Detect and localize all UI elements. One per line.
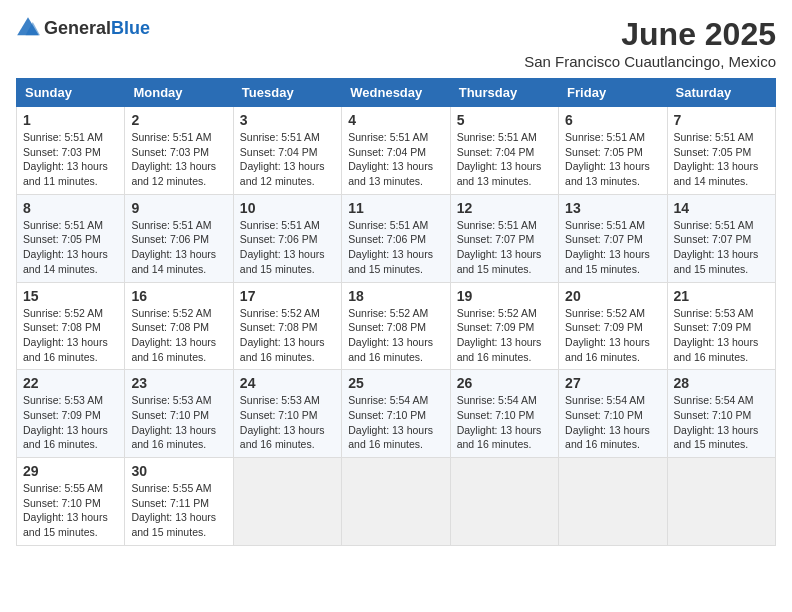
day-number: 12 xyxy=(457,200,552,216)
day-number: 5 xyxy=(457,112,552,128)
header-saturday: Saturday xyxy=(667,79,775,107)
calendar-week-row: 1Sunrise: 5:51 AM Sunset: 7:03 PM Daylig… xyxy=(17,107,776,195)
calendar-week-row: 22Sunrise: 5:53 AM Sunset: 7:09 PM Dayli… xyxy=(17,370,776,458)
day-info: Sunrise: 5:51 AM Sunset: 7:06 PM Dayligh… xyxy=(348,218,443,277)
calendar-day-cell: 19Sunrise: 5:52 AM Sunset: 7:09 PM Dayli… xyxy=(450,282,558,370)
day-number: 1 xyxy=(23,112,118,128)
day-number: 26 xyxy=(457,375,552,391)
calendar-day-cell: 15Sunrise: 5:52 AM Sunset: 7:08 PM Dayli… xyxy=(17,282,125,370)
calendar-day-cell: 11Sunrise: 5:51 AM Sunset: 7:06 PM Dayli… xyxy=(342,194,450,282)
day-info: Sunrise: 5:51 AM Sunset: 7:07 PM Dayligh… xyxy=(457,218,552,277)
day-info: Sunrise: 5:52 AM Sunset: 7:09 PM Dayligh… xyxy=(565,306,660,365)
calendar-day-cell: 18Sunrise: 5:52 AM Sunset: 7:08 PM Dayli… xyxy=(342,282,450,370)
day-info: Sunrise: 5:55 AM Sunset: 7:11 PM Dayligh… xyxy=(131,481,226,540)
day-info: Sunrise: 5:54 AM Sunset: 7:10 PM Dayligh… xyxy=(565,393,660,452)
logo-text: GeneralBlue xyxy=(44,18,150,39)
day-number: 28 xyxy=(674,375,769,391)
day-number: 9 xyxy=(131,200,226,216)
calendar-week-row: 29Sunrise: 5:55 AM Sunset: 7:10 PM Dayli… xyxy=(17,458,776,546)
calendar-day-cell: 8Sunrise: 5:51 AM Sunset: 7:05 PM Daylig… xyxy=(17,194,125,282)
calendar-day-cell: 3Sunrise: 5:51 AM Sunset: 7:04 PM Daylig… xyxy=(233,107,341,195)
day-info: Sunrise: 5:52 AM Sunset: 7:08 PM Dayligh… xyxy=(348,306,443,365)
header-friday: Friday xyxy=(559,79,667,107)
calendar-day-cell xyxy=(559,458,667,546)
day-number: 30 xyxy=(131,463,226,479)
calendar-day-cell xyxy=(667,458,775,546)
calendar-day-cell: 7Sunrise: 5:51 AM Sunset: 7:05 PM Daylig… xyxy=(667,107,775,195)
day-info: Sunrise: 5:51 AM Sunset: 7:04 PM Dayligh… xyxy=(348,130,443,189)
day-number: 29 xyxy=(23,463,118,479)
title-area: June 2025 San Francisco Cuautlancingo, M… xyxy=(524,16,776,70)
header-thursday: Thursday xyxy=(450,79,558,107)
day-info: Sunrise: 5:51 AM Sunset: 7:07 PM Dayligh… xyxy=(565,218,660,277)
day-number: 24 xyxy=(240,375,335,391)
calendar-header-row: SundayMondayTuesdayWednesdayThursdayFrid… xyxy=(17,79,776,107)
calendar-day-cell: 24Sunrise: 5:53 AM Sunset: 7:10 PM Dayli… xyxy=(233,370,341,458)
logo: GeneralBlue xyxy=(16,16,150,40)
day-info: Sunrise: 5:51 AM Sunset: 7:05 PM Dayligh… xyxy=(565,130,660,189)
calendar-day-cell: 16Sunrise: 5:52 AM Sunset: 7:08 PM Dayli… xyxy=(125,282,233,370)
day-number: 11 xyxy=(348,200,443,216)
calendar-day-cell: 5Sunrise: 5:51 AM Sunset: 7:04 PM Daylig… xyxy=(450,107,558,195)
calendar-day-cell: 10Sunrise: 5:51 AM Sunset: 7:06 PM Dayli… xyxy=(233,194,341,282)
calendar-day-cell: 29Sunrise: 5:55 AM Sunset: 7:10 PM Dayli… xyxy=(17,458,125,546)
calendar-day-cell: 12Sunrise: 5:51 AM Sunset: 7:07 PM Dayli… xyxy=(450,194,558,282)
day-info: Sunrise: 5:53 AM Sunset: 7:10 PM Dayligh… xyxy=(240,393,335,452)
calendar-day-cell: 6Sunrise: 5:51 AM Sunset: 7:05 PM Daylig… xyxy=(559,107,667,195)
calendar-day-cell: 22Sunrise: 5:53 AM Sunset: 7:09 PM Dayli… xyxy=(17,370,125,458)
day-info: Sunrise: 5:52 AM Sunset: 7:08 PM Dayligh… xyxy=(240,306,335,365)
logo-icon xyxy=(16,16,40,40)
day-info: Sunrise: 5:55 AM Sunset: 7:10 PM Dayligh… xyxy=(23,481,118,540)
calendar-day-cell: 9Sunrise: 5:51 AM Sunset: 7:06 PM Daylig… xyxy=(125,194,233,282)
location-title: San Francisco Cuautlancingo, Mexico xyxy=(524,53,776,70)
day-info: Sunrise: 5:52 AM Sunset: 7:08 PM Dayligh… xyxy=(23,306,118,365)
day-number: 27 xyxy=(565,375,660,391)
day-info: Sunrise: 5:51 AM Sunset: 7:03 PM Dayligh… xyxy=(23,130,118,189)
day-info: Sunrise: 5:51 AM Sunset: 7:05 PM Dayligh… xyxy=(674,130,769,189)
day-info: Sunrise: 5:54 AM Sunset: 7:10 PM Dayligh… xyxy=(348,393,443,452)
day-info: Sunrise: 5:53 AM Sunset: 7:09 PM Dayligh… xyxy=(23,393,118,452)
day-number: 18 xyxy=(348,288,443,304)
calendar-day-cell: 2Sunrise: 5:51 AM Sunset: 7:03 PM Daylig… xyxy=(125,107,233,195)
day-number: 25 xyxy=(348,375,443,391)
day-number: 4 xyxy=(348,112,443,128)
page-header: GeneralBlue June 2025 San Francisco Cuau… xyxy=(16,16,776,70)
day-number: 8 xyxy=(23,200,118,216)
calendar-day-cell: 21Sunrise: 5:53 AM Sunset: 7:09 PM Dayli… xyxy=(667,282,775,370)
day-info: Sunrise: 5:54 AM Sunset: 7:10 PM Dayligh… xyxy=(457,393,552,452)
day-number: 10 xyxy=(240,200,335,216)
day-number: 15 xyxy=(23,288,118,304)
day-info: Sunrise: 5:51 AM Sunset: 7:06 PM Dayligh… xyxy=(240,218,335,277)
calendar-day-cell: 28Sunrise: 5:54 AM Sunset: 7:10 PM Dayli… xyxy=(667,370,775,458)
month-title: June 2025 xyxy=(524,16,776,53)
day-number: 6 xyxy=(565,112,660,128)
calendar-day-cell: 14Sunrise: 5:51 AM Sunset: 7:07 PM Dayli… xyxy=(667,194,775,282)
day-info: Sunrise: 5:51 AM Sunset: 7:04 PM Dayligh… xyxy=(457,130,552,189)
calendar-day-cell xyxy=(450,458,558,546)
calendar-day-cell xyxy=(233,458,341,546)
calendar-day-cell: 25Sunrise: 5:54 AM Sunset: 7:10 PM Dayli… xyxy=(342,370,450,458)
day-number: 2 xyxy=(131,112,226,128)
day-info: Sunrise: 5:51 AM Sunset: 7:03 PM Dayligh… xyxy=(131,130,226,189)
day-number: 17 xyxy=(240,288,335,304)
calendar-day-cell: 23Sunrise: 5:53 AM Sunset: 7:10 PM Dayli… xyxy=(125,370,233,458)
header-wednesday: Wednesday xyxy=(342,79,450,107)
header-monday: Monday xyxy=(125,79,233,107)
day-number: 13 xyxy=(565,200,660,216)
calendar-day-cell: 4Sunrise: 5:51 AM Sunset: 7:04 PM Daylig… xyxy=(342,107,450,195)
calendar-week-row: 8Sunrise: 5:51 AM Sunset: 7:05 PM Daylig… xyxy=(17,194,776,282)
calendar-day-cell: 26Sunrise: 5:54 AM Sunset: 7:10 PM Dayli… xyxy=(450,370,558,458)
calendar-day-cell: 20Sunrise: 5:52 AM Sunset: 7:09 PM Dayli… xyxy=(559,282,667,370)
day-info: Sunrise: 5:51 AM Sunset: 7:04 PM Dayligh… xyxy=(240,130,335,189)
day-info: Sunrise: 5:54 AM Sunset: 7:10 PM Dayligh… xyxy=(674,393,769,452)
calendar-day-cell: 13Sunrise: 5:51 AM Sunset: 7:07 PM Dayli… xyxy=(559,194,667,282)
day-info: Sunrise: 5:53 AM Sunset: 7:10 PM Dayligh… xyxy=(131,393,226,452)
day-info: Sunrise: 5:52 AM Sunset: 7:09 PM Dayligh… xyxy=(457,306,552,365)
day-info: Sunrise: 5:52 AM Sunset: 7:08 PM Dayligh… xyxy=(131,306,226,365)
day-info: Sunrise: 5:53 AM Sunset: 7:09 PM Dayligh… xyxy=(674,306,769,365)
day-number: 20 xyxy=(565,288,660,304)
day-number: 3 xyxy=(240,112,335,128)
calendar-day-cell: 27Sunrise: 5:54 AM Sunset: 7:10 PM Dayli… xyxy=(559,370,667,458)
day-info: Sunrise: 5:51 AM Sunset: 7:05 PM Dayligh… xyxy=(23,218,118,277)
calendar-day-cell xyxy=(342,458,450,546)
